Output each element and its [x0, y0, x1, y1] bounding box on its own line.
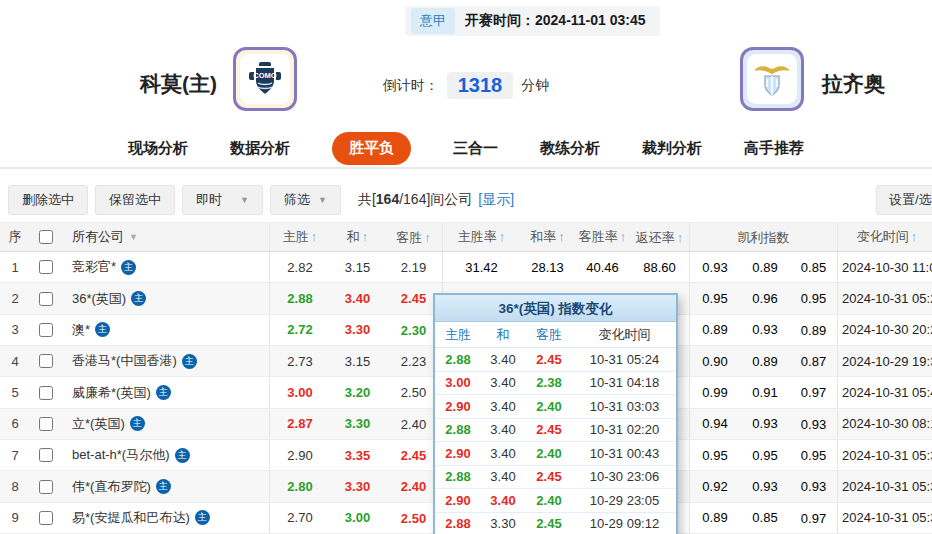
- draw-odds[interactable]: 3.40: [330, 291, 385, 306]
- settings-button[interactable]: 设置/选: [876, 185, 932, 215]
- header-change-time[interactable]: 变化时间↑: [838, 228, 932, 246]
- tab-item[interactable]: 胜平负: [332, 132, 411, 165]
- company-cell[interactable]: 澳*主: [62, 315, 270, 345]
- tab-item[interactable]: 现场分析: [128, 139, 188, 158]
- company-cell[interactable]: 威廉希*(英国)主: [62, 377, 270, 407]
- away-odds[interactable]: 2.19: [385, 252, 443, 282]
- popup-away-odds: 2.40: [525, 399, 573, 414]
- kelly-draw: 0.95: [740, 448, 790, 463]
- draw-odds[interactable]: 3.20: [330, 385, 385, 400]
- header-away-odds[interactable]: 客胜↑: [385, 223, 443, 251]
- draw-odds[interactable]: 3.00: [330, 510, 385, 525]
- header-return-rate[interactable]: 返还率↑: [630, 223, 690, 251]
- kelly-home: 0.90: [690, 354, 740, 369]
- kickoff-bar: 意甲 开赛时间：2024-11-01 03:45: [405, 6, 660, 36]
- kelly-home: 0.93: [690, 260, 740, 275]
- delete-selected-button[interactable]: 删除选中: [8, 185, 88, 215]
- popup-home-odds: 2.90: [435, 493, 481, 508]
- kelly-draw: 0.93: [740, 416, 790, 431]
- home-odds[interactable]: 2.80: [270, 479, 330, 494]
- primary-badge-icon: 主: [195, 510, 210, 525]
- row-checkbox[interactable]: [39, 417, 53, 431]
- draw-odds[interactable]: 3.30: [330, 416, 385, 431]
- home-odds[interactable]: 2.82: [270, 260, 330, 275]
- primary-badge-icon: 主: [131, 291, 146, 306]
- select-all-checkbox[interactable]: [39, 230, 53, 244]
- company-cell[interactable]: 伟*(直布罗陀)主: [62, 471, 270, 501]
- kelly-away: 0.93: [790, 471, 838, 501]
- home-odds[interactable]: 2.88: [270, 291, 330, 306]
- row-checkbox[interactable]: [39, 386, 53, 400]
- company-cell[interactable]: 易*(安提瓜和巴布达)主: [62, 503, 270, 533]
- company-name: 伟*(直布罗陀): [72, 478, 151, 496]
- home-odds[interactable]: 2.90: [270, 448, 330, 463]
- company-cell[interactable]: 36*(英国)主: [62, 283, 270, 313]
- kelly-away: 0.87: [790, 346, 838, 376]
- company-cell[interactable]: bet-at-h*(马尔他)主: [62, 440, 270, 470]
- row-checkbox[interactable]: [39, 354, 53, 368]
- sort-asc-icon: ↑: [424, 230, 431, 245]
- kelly-away: 0.93: [790, 409, 838, 439]
- row-checkbox[interactable]: [39, 480, 53, 494]
- tab-item[interactable]: 教练分析: [540, 139, 600, 158]
- draw-odds[interactable]: 3.30: [330, 322, 385, 337]
- header-draw-odds[interactable]: 和↑: [330, 228, 385, 246]
- header-away-rate[interactable]: 客胜率↑: [575, 228, 630, 246]
- popup-draw-odds: 3.40: [481, 422, 525, 437]
- row-checkbox[interactable]: [39, 323, 53, 337]
- header-company[interactable]: 所有公司▼: [62, 223, 270, 251]
- home-odds[interactable]: 2.70: [270, 510, 330, 525]
- header-home-rate[interactable]: 主胜率↑: [443, 228, 520, 246]
- draw-odds[interactable]: 3.35: [330, 448, 385, 463]
- popup-draw-odds: 3.40: [481, 352, 525, 367]
- home-odds[interactable]: 2.73: [270, 354, 330, 369]
- sort-asc-icon: ↑: [311, 229, 318, 244]
- sort-asc-icon: ↑: [911, 229, 918, 244]
- tab-item[interactable]: 数据分析: [230, 139, 290, 158]
- draw-odds[interactable]: 3.15: [330, 260, 385, 275]
- league-badge[interactable]: 意甲: [411, 8, 455, 34]
- kelly-home: 0.89: [690, 510, 740, 525]
- row-checkbox[interactable]: [39, 292, 53, 306]
- kelly-home: 0.92: [690, 479, 740, 494]
- row-seq: 6: [0, 416, 30, 431]
- keep-selected-button[interactable]: 保留选中: [95, 185, 175, 215]
- filter-dropdown[interactable]: 筛选 ▼: [270, 185, 341, 215]
- tab-item[interactable]: 高手推荐: [744, 139, 804, 158]
- primary-badge-icon: 主: [182, 354, 197, 369]
- kelly-away: 0.85: [790, 252, 838, 282]
- header-seq: 序: [0, 228, 30, 246]
- kelly-away: 0.97: [790, 377, 838, 407]
- row-checkbox[interactable]: [39, 511, 53, 525]
- tab-item[interactable]: 三合一: [453, 139, 498, 158]
- instant-dropdown[interactable]: 即时 ▼: [182, 185, 263, 215]
- company-name: 易*(安提瓜和巴布达): [72, 509, 190, 527]
- header-home-odds[interactable]: 主胜↑: [270, 228, 330, 246]
- popup-away-odds: 2.40: [525, 446, 573, 461]
- draw-odds[interactable]: 3.30: [330, 479, 385, 494]
- company-cell[interactable]: 立*(英国)主: [62, 409, 270, 439]
- away-team-name: 拉齐奥: [822, 70, 885, 98]
- row-checkbox[interactable]: [39, 260, 53, 274]
- popup-row: 2.90 3.40 2.40 10-31 03:03: [435, 395, 676, 419]
- kelly-draw: 0.93: [740, 479, 790, 494]
- header-draw-rate[interactable]: 和率↑: [520, 228, 575, 246]
- kelly-home: 0.99: [690, 385, 740, 400]
- company-cell[interactable]: 香港马*(中国香港)主: [62, 346, 270, 376]
- show-link[interactable]: [显示]: [478, 191, 514, 207]
- kelly-home: 0.95: [690, 291, 740, 306]
- row-checkbox[interactable]: [39, 448, 53, 462]
- kelly-draw: 0.96: [740, 291, 790, 306]
- home-odds[interactable]: 2.87: [270, 416, 330, 431]
- sort-asc-icon: ↑: [362, 229, 369, 244]
- popup-away-odds: 2.45: [525, 422, 573, 437]
- row-seq: 7: [0, 448, 30, 463]
- home-odds[interactable]: 3.00: [270, 385, 330, 400]
- tab-item[interactable]: 裁判分析: [642, 139, 702, 158]
- home-odds[interactable]: 2.72: [270, 322, 330, 337]
- company-name: 香港马*(中国香港): [72, 352, 177, 370]
- company-name: 威廉希*(英国): [72, 384, 151, 402]
- company-cell[interactable]: 竞彩官*主: [62, 252, 270, 282]
- draw-odds[interactable]: 3.15: [330, 354, 385, 369]
- tabs-divider: [0, 167, 932, 169]
